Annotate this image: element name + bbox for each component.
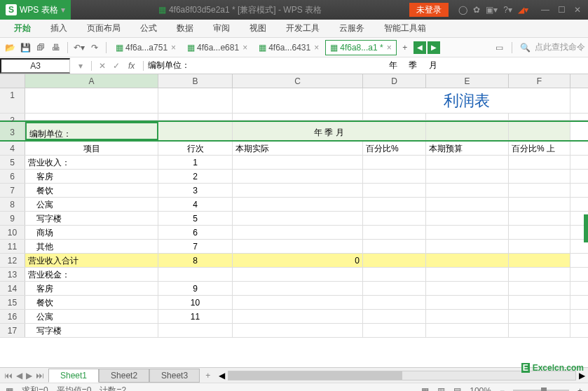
view-normal-icon[interactable]: ▦ bbox=[421, 386, 429, 392]
search-icon[interactable]: 🔍 bbox=[518, 41, 532, 55]
close-tab-icon[interactable]: × bbox=[171, 43, 176, 53]
col-header-c[interactable]: C bbox=[233, 74, 363, 88]
column-headers: A B C D E F bbox=[0, 74, 588, 88]
sheet-next-icon[interactable]: ▶ bbox=[25, 371, 34, 380]
menu-智能工具箱[interactable]: 智能工具箱 bbox=[374, 22, 436, 34]
tab-nav-next[interactable]: ▶ bbox=[428, 41, 440, 54]
menu-数据[interactable]: 数据 bbox=[167, 22, 203, 34]
view-page-icon[interactable]: ▥ bbox=[437, 386, 445, 392]
row-header[interactable]: 2 bbox=[0, 114, 25, 120]
col-header-f[interactable]: F bbox=[509, 74, 570, 88]
fx-icon[interactable]: fx bbox=[124, 61, 139, 71]
row-header[interactable]: 1 bbox=[0, 88, 25, 113]
name-dropdown-icon[interactable]: ▾ bbox=[74, 61, 87, 71]
formula-input[interactable] bbox=[144, 60, 588, 72]
sync-icon[interactable]: ◯ bbox=[458, 5, 467, 15]
col-header-e[interactable]: E bbox=[426, 74, 509, 88]
sheet-tab-Sheet3[interactable]: Sheet3 bbox=[149, 369, 200, 383]
active-cell[interactable]: 编制单位： bbox=[25, 122, 158, 140]
menu-开发工具[interactable]: 开发工具 bbox=[276, 22, 329, 34]
row-header[interactable]: 15 bbox=[0, 296, 25, 309]
view-layout-icon[interactable]: ▤ bbox=[453, 386, 461, 392]
wps-s-icon: S bbox=[6, 4, 17, 15]
print-preview-icon[interactable]: 🗊 bbox=[34, 41, 48, 55]
row-header[interactable]: 11 bbox=[0, 240, 25, 253]
col-header-d[interactable]: D bbox=[363, 74, 426, 88]
col-header-b[interactable]: B bbox=[158, 74, 233, 88]
col-header-a[interactable]: A bbox=[25, 74, 158, 88]
sheet-prev-icon[interactable]: ◀ bbox=[15, 371, 24, 380]
zoom-value[interactable]: 100% bbox=[470, 386, 491, 392]
confirm-icon[interactable]: ✓ bbox=[110, 61, 123, 71]
row-11: 11其他7 bbox=[0, 240, 588, 254]
skin-icon[interactable]: ▣▾ bbox=[486, 5, 498, 15]
menu-开始[interactable]: 开始 bbox=[4, 22, 41, 34]
sheet-last-icon[interactable]: ⏭ bbox=[34, 371, 46, 380]
menu-公式[interactable]: 公式 bbox=[130, 22, 167, 34]
sheet-first-icon[interactable]: ⏮ bbox=[3, 371, 14, 380]
minimize-button[interactable]: — bbox=[541, 5, 549, 15]
row-header[interactable]: 5 bbox=[0, 156, 25, 169]
app-menu-dropdown[interactable]: ▾ bbox=[61, 5, 65, 15]
row-header[interactable]: 8 bbox=[0, 198, 25, 211]
row-header[interactable]: 13 bbox=[0, 268, 25, 281]
scroll-thumb[interactable] bbox=[228, 371, 402, 380]
row-header[interactable]: 6 bbox=[0, 170, 25, 183]
menu-审阅[interactable]: 审阅 bbox=[203, 22, 240, 34]
row-header[interactable]: 14 bbox=[0, 282, 25, 295]
sheet-tab-Sheet1[interactable]: Sheet1 bbox=[48, 369, 99, 383]
zoom-in-button[interactable]: + bbox=[577, 386, 582, 392]
login-button[interactable]: 未登录 bbox=[409, 3, 449, 17]
separator bbox=[106, 42, 107, 53]
open-icon[interactable]: 📂 bbox=[3, 41, 17, 55]
row-header[interactable]: 10 bbox=[0, 226, 25, 239]
menu-插入[interactable]: 插入 bbox=[41, 22, 77, 34]
redo-icon[interactable]: ↷ bbox=[88, 41, 102, 55]
menu-视图[interactable]: 视图 bbox=[240, 22, 276, 34]
doc-tab[interactable]: ▦ 4f6a...6431 × bbox=[254, 40, 324, 55]
menu-页面布局[interactable]: 页面布局 bbox=[77, 22, 130, 34]
help-icon[interactable]: ?▾ bbox=[503, 5, 512, 15]
view-grid-icon[interactable]: ▦ bbox=[6, 386, 13, 392]
row-header[interactable]: 17 bbox=[0, 324, 25, 337]
undo-icon[interactable]: ↶▾ bbox=[72, 41, 86, 55]
tab-nav-prev[interactable]: ◀ bbox=[413, 41, 426, 54]
save-icon[interactable]: 💾 bbox=[18, 41, 32, 55]
search-hint[interactable]: 点此查找命令 bbox=[535, 41, 585, 53]
separator bbox=[67, 42, 68, 53]
add-sheet-button[interactable]: + bbox=[200, 371, 216, 380]
row-header[interactable]: 12 bbox=[0, 254, 25, 267]
add-tab-button[interactable]: + bbox=[398, 41, 412, 55]
row-14: 14客房9 bbox=[0, 282, 588, 296]
zoom-out-button[interactable]: − bbox=[500, 386, 505, 392]
grid-rows: 1 利润表 2 3 编制单位： 年 季 月 4 项目 行次 本期实际 百分比% … bbox=[0, 88, 588, 338]
pin-icon[interactable]: ◢▾ bbox=[518, 5, 528, 15]
doc-tab[interactable]: ▦ 4f6a8...a1 * × bbox=[325, 40, 396, 55]
select-all-corner[interactable] bbox=[0, 74, 25, 88]
row-header[interactable]: 4 bbox=[0, 142, 25, 155]
window-list-icon[interactable]: ▭ bbox=[492, 41, 506, 55]
close-tab-icon[interactable]: × bbox=[387, 43, 392, 53]
doc-tab[interactable]: ▦ 4f6a...e681 × bbox=[182, 40, 252, 55]
document-tabs: ▦ 4f6a...a751 ×▦ 4f6a...e681 ×▦ 4f6a...6… bbox=[111, 40, 397, 55]
row-16: 16公寓11 bbox=[0, 310, 588, 324]
print-icon[interactable]: 🖶 bbox=[49, 41, 63, 55]
row-header[interactable]: 16 bbox=[0, 310, 25, 323]
row-header[interactable]: 9 bbox=[0, 212, 25, 225]
title-cell[interactable]: 利润表 bbox=[363, 88, 570, 113]
close-tab-icon[interactable]: × bbox=[242, 43, 247, 53]
close-button[interactable]: ✕ bbox=[574, 5, 581, 15]
name-box[interactable] bbox=[0, 58, 70, 74]
maximize-button[interactable]: ☐ bbox=[558, 5, 566, 15]
close-tab-icon[interactable]: × bbox=[314, 43, 319, 53]
cancel-icon[interactable]: ✕ bbox=[96, 61, 109, 71]
row-header[interactable]: 3 bbox=[0, 122, 25, 140]
spreadsheet-grid[interactable]: A B C D E F 1 利润表 2 3 编制单位： 年 季 月 4 项目 行… bbox=[0, 74, 588, 367]
row-header[interactable]: 7 bbox=[0, 184, 25, 197]
scroll-left-icon[interactable]: ◀ bbox=[219, 371, 225, 380]
menu-云服务[interactable]: 云服务 bbox=[329, 22, 374, 34]
doc-tab[interactable]: ▦ 4f6a...a751 × bbox=[111, 40, 181, 55]
sheet-tab-Sheet2[interactable]: Sheet2 bbox=[99, 369, 149, 383]
cloud-icon[interactable]: ✿ bbox=[473, 5, 480, 15]
vertical-scroll-indicator[interactable] bbox=[584, 214, 588, 242]
